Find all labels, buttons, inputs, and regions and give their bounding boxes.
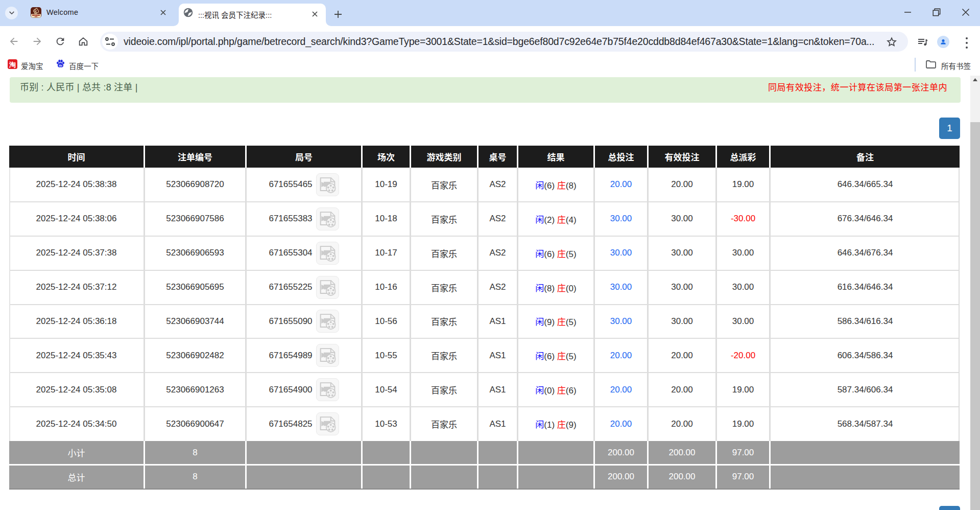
svg-text:淘: 淘 — [9, 59, 16, 69]
svg-text:du: du — [59, 64, 62, 67]
